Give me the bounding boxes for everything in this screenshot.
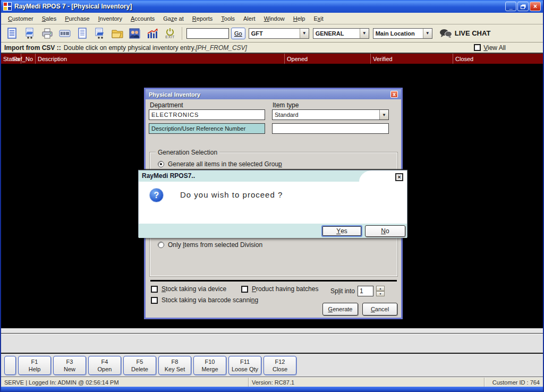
f5-delete-button[interactable]: F5Delete <box>123 356 156 375</box>
main-toolbar: EXIT Go GFT▼ GENERAL▼ Main Location▼ LIV… <box>1 24 543 42</box>
menu-reports[interactable]: Reports <box>189 14 217 23</box>
confirm-close-icon[interactable]: × <box>395 173 403 181</box>
live-chat-button[interactable]: LIVE CHAT <box>439 29 491 38</box>
document-icon[interactable] <box>74 26 90 41</box>
radio-icon[interactable] <box>158 242 164 248</box>
users-icon[interactable] <box>127 26 143 41</box>
f4-open-button[interactable]: F4Open <box>88 356 121 375</box>
f11-looseqty-button[interactable]: F11Loose Qty <box>228 356 261 375</box>
confirm-title: RayMedi RPOS7.. <box>142 172 195 180</box>
menu-gaze-at[interactable]: Gaze at <box>159 14 188 23</box>
cancel-button[interactable]: Cancel <box>362 303 397 316</box>
info-bar: Import from CSV :: Double click on empty… <box>1 42 543 54</box>
view-all-toggle[interactable]: View All <box>474 44 506 52</box>
item-type-select[interactable]: Standard ▼ <box>272 109 389 120</box>
column-description[interactable]: Description <box>36 54 285 64</box>
dialog-title-bar: Physical Inventory x <box>146 89 401 99</box>
split-into-input[interactable]: 1 <box>358 286 373 296</box>
go-button[interactable]: Go <box>231 28 245 39</box>
menu-inventory[interactable]: Inventory <box>95 14 126 23</box>
yes-button[interactable]: Yes <box>321 225 362 237</box>
confirm-dialog: RayMedi RPOS7.. × ? Do you wish to proce… <box>138 170 407 237</box>
menu-customer[interactable]: Customer <box>4 14 37 23</box>
column-refno[interactable]: Ref_No <box>21 54 36 64</box>
f10-merge-button[interactable]: F10Merge <box>193 356 226 375</box>
window-title: RayMedi RPOS 7 - [Physical Inventory] <box>14 3 505 10</box>
division-select[interactable]: GENERAL▼ <box>313 28 369 39</box>
purchase-cart-icon[interactable] <box>92 26 108 41</box>
f8-keyset-button[interactable]: F8Key Set <box>158 356 191 375</box>
menu-exit[interactable]: Exit <box>310 14 327 23</box>
f1-help-button[interactable]: F1Help <box>18 356 51 375</box>
view-all-checkbox[interactable] <box>474 44 481 51</box>
confirm-footer: Yes No <box>139 224 407 238</box>
spinner-down-button[interactable]: ▼ <box>376 291 385 296</box>
exit-icon-label: EXIT <box>165 36 175 39</box>
app-logo-icon <box>3 2 12 11</box>
chevron-down-icon: ▼ <box>360 29 369 38</box>
f3-new-button[interactable]: F3New <box>53 356 86 375</box>
quick-search-input[interactable] <box>186 28 229 39</box>
radio-icon[interactable] <box>158 161 164 167</box>
checkbox-icon[interactable] <box>151 297 158 304</box>
info-bar-code: [PH_FROM_CSV] <box>196 44 247 52</box>
checkbox-icon[interactable] <box>241 286 248 293</box>
exit-icon[interactable]: EXIT <box>162 26 178 41</box>
menu-tools[interactable]: Tools <box>217 14 239 23</box>
status-version: Version: RC87.1 <box>249 378 484 387</box>
dialog-close-icon[interactable]: x <box>390 91 398 98</box>
spinner-up-button[interactable]: ▲ <box>376 286 385 291</box>
menu-alert[interactable]: Alert <box>240 14 259 23</box>
info-bar-title: Import from CSV :: <box>4 44 61 52</box>
description-reference-field[interactable] <box>272 123 389 134</box>
function-key-bar: F1Help F3New F4Open F5Delete F8Key Set F… <box>1 354 543 377</box>
description-reference-button[interactable]: Description/User Reference Number <box>149 123 265 134</box>
window-bottom-edge <box>1 387 543 392</box>
restore-button[interactable] <box>517 2 529 11</box>
confirm-message: Do you wish to proceed ? <box>180 190 283 199</box>
chevron-down-icon: ▼ <box>423 29 432 38</box>
blank-function-button[interactable] <box>4 356 16 375</box>
column-closed[interactable]: Closed <box>453 54 543 64</box>
location-select[interactable]: Main Location▼ <box>373 28 432 39</box>
menu-accounts[interactable]: Accounts <box>127 14 158 23</box>
title-bar: RayMedi RPOS 7 - [Physical Inventory] _ … <box>1 0 543 13</box>
menu-purchase[interactable]: Purchase <box>61 14 93 23</box>
minimize-button[interactable]: _ <box>505 2 516 11</box>
chevron-down-icon: ▼ <box>379 110 388 120</box>
bottom-strip <box>1 328 543 334</box>
split-into-control: Split into 1 ▲ ▼ <box>330 286 385 296</box>
printer-icon[interactable] <box>39 26 55 41</box>
close-button[interactable]: × <box>530 2 541 11</box>
menu-window[interactable]: Window <box>260 14 288 23</box>
chevron-down-icon: ▼ <box>300 29 309 38</box>
column-opened[interactable]: Opened <box>285 54 371 64</box>
item-type-label: Item type <box>273 101 299 109</box>
status-bar: SERVE | Logged In: ADMIN @ 02:56:14 PM V… <box>1 377 543 387</box>
menu-help[interactable]: Help <box>290 14 309 23</box>
separator-line <box>150 280 397 282</box>
confirm-title-bar: RayMedi RPOS7.. × <box>139 171 407 182</box>
f12-close-button[interactable]: F12Close <box>264 356 296 375</box>
product-having-batches-option[interactable]: Product having batches <box>241 285 318 293</box>
chart-icon[interactable] <box>144 26 160 41</box>
menu-sales[interactable]: Sales <box>38 14 61 23</box>
folder-icon[interactable] <box>109 26 125 41</box>
dialog-title: Physical Inventory <box>149 91 390 98</box>
confirm-body: ? Do you wish to proceed ? <box>139 182 407 224</box>
info-bar-text: Double click on empty physical inventory… <box>64 44 196 52</box>
radio-generate-all[interactable]: Generate all items in the selected Group <box>158 160 282 168</box>
department-field[interactable]: ELECTRONICS <box>149 109 265 120</box>
radio-only-division[interactable]: Only Items from selected Division <box>158 241 262 249</box>
generate-button[interactable]: Generate <box>322 303 358 316</box>
no-button[interactable]: No <box>365 225 405 237</box>
checkbox-icon[interactable] <box>151 286 158 293</box>
barcode-icon[interactable] <box>57 26 73 41</box>
stock-taking-device-option[interactable]: Stock taking via device <box>151 285 226 293</box>
column-verified[interactable]: Verified <box>371 54 453 64</box>
company-select[interactable]: GFT▼ <box>249 28 309 39</box>
invoice-icon[interactable] <box>4 26 20 41</box>
stock-taking-barcode-option[interactable]: Stock taking via barcode scanning <box>151 296 258 304</box>
inventory-list-area[interactable]: Physical Inventory x Department Item typ… <box>1 64 543 328</box>
sales-cart-icon[interactable] <box>22 26 38 41</box>
